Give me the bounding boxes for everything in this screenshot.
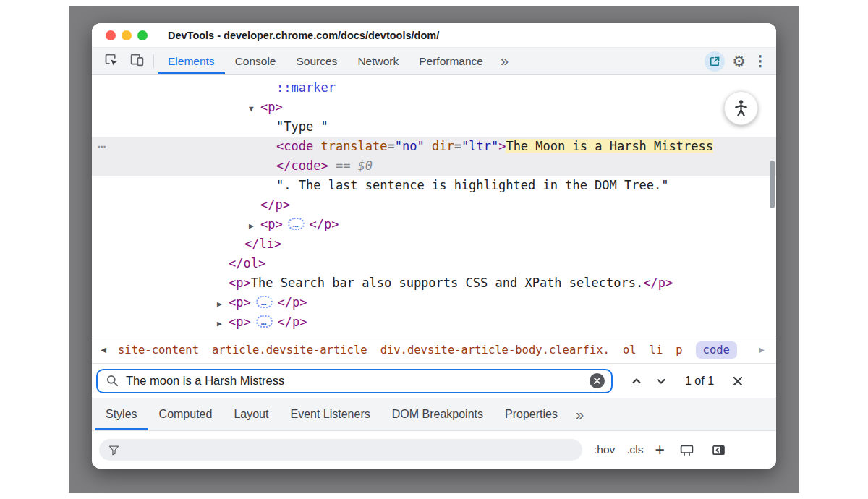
expand-arrow-icon[interactable]: ▶ [249,216,260,236]
dom-line[interactable]: </code> == $0 [92,156,776,176]
collapsed-content-badge[interactable]: … [256,296,273,308]
breadcrumb-item-ol[interactable]: ol [623,341,637,359]
search-result-count: 1 of 1 [685,375,714,388]
extension-button[interactable] [705,51,725,72]
tab-sources[interactable]: Sources [286,48,348,74]
search-box [96,369,613,393]
toolbar-divider [153,54,154,68]
toggle-sidebar-button[interactable] [708,440,728,460]
expand-arrow-icon[interactable]: ▶ [217,314,229,333]
close-window-button[interactable] [106,30,116,40]
close-icon [594,378,600,384]
sidebar-toggle-icon [711,443,726,458]
tab-performance[interactable]: Performance [409,48,493,74]
clear-search-button[interactable] [590,373,605,388]
rendering-emulations-button[interactable] [676,440,697,460]
tab-network[interactable]: Network [347,48,409,74]
window-titlebar: DevTools - developer.chrome.com/docs/dev… [92,23,776,48]
settings-button[interactable]: ⚙ [732,54,746,69]
dom-line[interactable]: ⋯<code translate="no" dir="ltr">The Moon… [92,137,776,156]
tab-elements[interactable]: Elements [158,48,225,74]
kebab-menu-icon: ⋮ [753,53,767,69]
elements-panel: ::marker▼<p>"Type "⋯<code translate="no"… [92,75,776,336]
toggle-element-state-button[interactable]: :hov [594,443,615,456]
breadcrumb-list: site-contentarticle.devsite-articlediv.d… [118,341,753,359]
styles-toolbar: :hov .cls + [92,431,776,469]
chevron-left-icon: ◀ [101,346,106,354]
accessibility-cursor-icon [724,91,758,125]
sidebar-tab-styles[interactable]: Styles [95,398,148,430]
sidebar-tab-computed[interactable]: Computed [148,398,224,430]
monitor-icon [679,443,694,458]
more-panels-button[interactable]: » [493,48,516,74]
breadcrumb-item-article-devsite-article[interactable]: article.devsite-article [212,341,367,359]
dom-line[interactable]: ". The last sentence is highlighted in t… [92,176,776,195]
chevron-down-icon [655,375,668,388]
more-options-button[interactable]: ⋮ [753,54,767,69]
open-in-new-icon [705,51,725,72]
collapsed-content-badge[interactable]: … [256,315,273,328]
breadcrumb-scroll-left-button[interactable]: ◀ [95,346,112,354]
minimize-window-button[interactable] [122,30,132,40]
dom-line[interactable]: ▶<p>…</p> [92,215,776,234]
search-icon [106,374,119,388]
styles-filter-input[interactable] [127,444,574,456]
close-icon [732,375,744,387]
gutter-menu-icon[interactable]: ⋯ [98,137,106,156]
breadcrumb-item-code[interactable]: code [696,341,737,359]
scrollbar-thumb[interactable] [770,161,775,208]
sidebar-tab-properties[interactable]: Properties [494,398,569,430]
inspect-cursor-icon [103,52,119,70]
next-result-button[interactable] [649,369,673,393]
styles-tabs: StylesComputedLayoutEvent ListenersDOM B… [95,398,569,430]
toggle-device-toolbar-button[interactable] [124,48,150,74]
breadcrumb-item-div-devsite-article-body-clearfix[interactable]: div.devsite-article-body.clearfix. [380,341,610,359]
element-classes-button[interactable]: .cls [626,443,643,456]
close-search-button[interactable] [726,369,750,393]
sidebar-tab-dom-breakpoints[interactable]: DOM Breakpoints [381,398,494,430]
dom-line[interactable]: </p> [92,195,776,215]
breadcrumb-item-p[interactable]: p [676,341,682,359]
chevron-right-icon: ▶ [759,346,765,354]
tab-console[interactable]: Console [225,48,286,74]
more-sidebar-tabs-button[interactable]: » [569,398,591,430]
dom-line[interactable]: ▼<p> [92,98,776,117]
new-style-rule-button[interactable]: + [655,442,665,459]
filter-icon [108,444,120,456]
gray-backdrop: DevTools - developer.chrome.com/docs/dev… [69,6,799,493]
dom-tree: ::marker▼<p>"Type "⋯<code translate="no"… [92,78,776,332]
expand-arrow-icon[interactable]: ▼ [249,99,260,119]
breadcrumb-scroll-right-button[interactable]: ▶ [753,346,770,354]
dom-line[interactable]: </li> [92,234,776,254]
collapsed-content-badge[interactable]: … [288,218,305,230]
sidebar-tab-event-listeners[interactable]: Event Listeners [279,398,380,430]
toolbar-right-icons: ⚙ ⋮ [705,48,776,74]
gear-icon: ⚙ [732,53,746,69]
dom-line[interactable]: "Type " [92,117,776,137]
breadcrumb-item-site-content[interactable]: site-content [118,341,199,359]
breadcrumb-item-li[interactable]: li [650,341,663,359]
previous-result-button[interactable] [624,369,649,393]
dom-line[interactable]: ▶<p>…</p> [92,293,776,312]
dom-line[interactable]: </ol> [92,254,776,273]
dom-line[interactable]: ▶<p>…</p> [92,312,776,332]
dom-line[interactable]: <p>The Search bar also supports CSS and … [92,273,776,293]
sidebar-tabbar: StylesComputedLayoutEvent ListenersDOM B… [92,398,776,431]
dom-line[interactable]: ::marker [92,78,776,98]
expand-arrow-icon[interactable]: ▶ [217,294,229,314]
inspect-element-button[interactable] [98,48,124,74]
zoom-window-button[interactable] [137,30,148,40]
window-title: DevTools - developer.chrome.com/docs/dev… [168,30,439,41]
main-toolbar-tabs: ElementsConsoleSourcesNetworkPerformance [158,48,493,74]
styles-filter-box [99,439,582,461]
device-toolbar-icon [129,52,145,70]
search-input[interactable] [126,374,583,388]
sidebar-tab-layout[interactable]: Layout [223,398,279,430]
chevron-up-icon [630,375,643,388]
search-bar: 1 of 1 [92,363,776,398]
devtools-toolbar: ElementsConsoleSourcesNetworkPerformance… [92,48,776,75]
breadcrumb-bar: ◀ site-contentarticle.devsite-articlediv… [92,336,776,363]
devtools-window: DevTools - developer.chrome.com/docs/dev… [92,23,776,469]
